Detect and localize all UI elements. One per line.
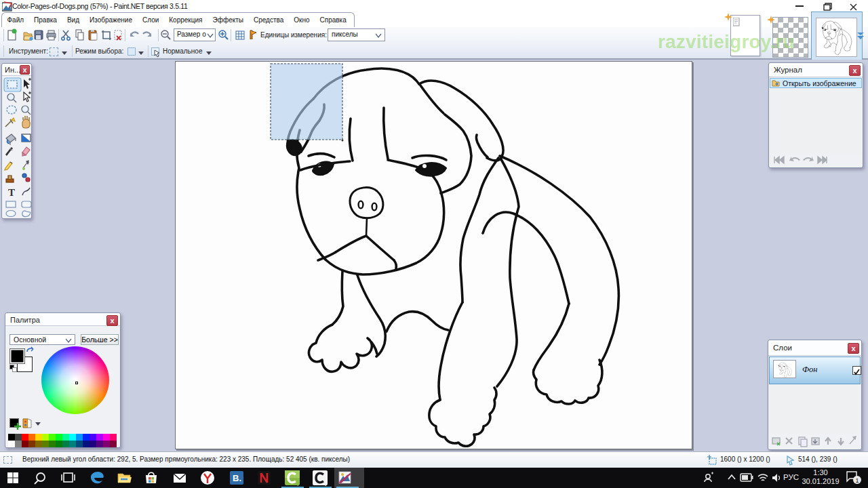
svg-text:B.: B. <box>233 473 241 483</box>
svg-text:T: T <box>8 187 15 198</box>
svg-text:1: 1 <box>856 477 859 484</box>
